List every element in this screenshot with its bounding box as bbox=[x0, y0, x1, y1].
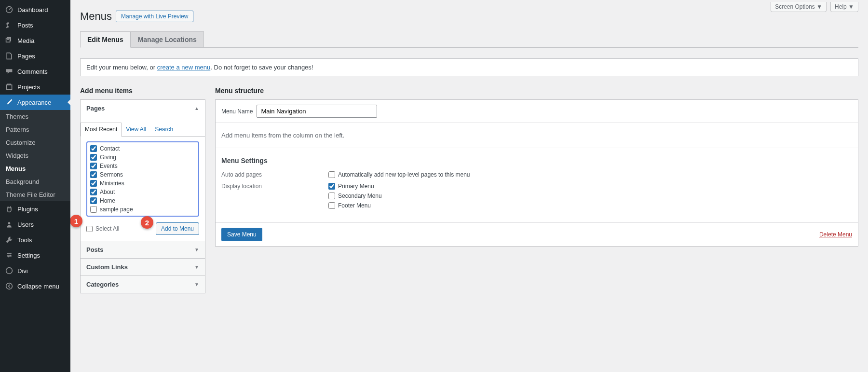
submenu-menus[interactable]: Menus bbox=[0, 162, 70, 175]
add-menu-items-column: 1 Add menu items Pages ▲ Most Recent Vie… bbox=[80, 87, 205, 293]
menu-structure-body: Add menu items from the column on the le… bbox=[216, 123, 858, 148]
divi-icon bbox=[5, 266, 14, 275]
comments-icon bbox=[5, 67, 14, 76]
menu-structure-footer: Save Menu Delete Menu bbox=[216, 222, 858, 246]
pages-label: Pages bbox=[86, 105, 105, 112]
create-menu-link[interactable]: create a new menu bbox=[157, 64, 211, 71]
sidebar-item-tools[interactable]: Tools bbox=[0, 232, 70, 248]
location-checkbox[interactable] bbox=[328, 183, 335, 190]
page-item[interactable]: About bbox=[90, 188, 195, 196]
display-location-label: Display location bbox=[221, 183, 328, 209]
categories-label: Categories bbox=[86, 281, 119, 288]
page-checkbox[interactable] bbox=[90, 180, 97, 187]
menu-settings-section: Menu Settings Auto add pages Automatical… bbox=[216, 148, 858, 222]
sidebar-label: Projects bbox=[17, 83, 40, 91]
filter-view-all[interactable]: View All bbox=[122, 123, 150, 136]
svg-point-4 bbox=[7, 253, 8, 254]
settings-icon bbox=[5, 251, 14, 260]
page-checkbox[interactable] bbox=[90, 154, 97, 161]
page-item[interactable]: Contact bbox=[90, 144, 195, 153]
page-item[interactable]: Sermons bbox=[90, 170, 195, 179]
page-item[interactable]: Ministries bbox=[90, 179, 195, 188]
sidebar-item-settings[interactable]: Settings bbox=[0, 248, 70, 263]
submenu-patterns[interactable]: Patterns bbox=[0, 123, 70, 136]
location-footer[interactable]: Footer Menu bbox=[328, 202, 382, 209]
page-item[interactable]: sample page bbox=[90, 205, 195, 214]
sidebar-item-media[interactable]: Media bbox=[0, 33, 70, 48]
help-button[interactable]: Help ▼ bbox=[830, 2, 858, 12]
sidebar-item-pages[interactable]: Pages bbox=[0, 48, 70, 64]
sidebar-item-projects[interactable]: Projects bbox=[0, 79, 70, 95]
posts-accordion-header[interactable]: Posts ▼ bbox=[81, 241, 205, 258]
svg-point-7 bbox=[6, 268, 13, 274]
pages-checklist: Contact Giving Events Sermons Ministries… bbox=[86, 141, 199, 217]
page-checkbox[interactable] bbox=[90, 145, 97, 152]
page-item[interactable]: Events bbox=[90, 162, 195, 170]
auto-add-checkbox[interactable] bbox=[328, 171, 335, 178]
dashboard-icon bbox=[5, 5, 14, 14]
page-checkbox[interactable] bbox=[90, 189, 97, 195]
main-content: Screen Options ▼ Help ▼ Menus Manage wit… bbox=[70, 0, 868, 372]
submenu-widgets[interactable]: Widgets bbox=[0, 149, 70, 162]
sidebar-label: Plugins bbox=[17, 206, 38, 213]
notice-text: . Do not forget to save your changes! bbox=[210, 64, 313, 71]
save-menu-button[interactable]: Save Menu bbox=[221, 228, 262, 241]
sidebar-item-posts[interactable]: Posts bbox=[0, 17, 70, 33]
categories-accordion-header[interactable]: Categories ▼ bbox=[81, 276, 205, 293]
location-primary[interactable]: Primary Menu bbox=[328, 183, 382, 190]
filter-most-recent[interactable]: Most Recent bbox=[81, 123, 122, 137]
sidebar-item-plugins[interactable]: Plugins bbox=[0, 201, 70, 217]
page-header: Menus Manage with Live Preview bbox=[80, 10, 858, 23]
submenu-theme-file-editor[interactable]: Theme File Editor bbox=[0, 188, 70, 201]
sidebar-label: Comments bbox=[17, 68, 48, 75]
screen-options-button[interactable]: Screen Options ▼ bbox=[771, 2, 827, 12]
sidebar-item-comments[interactable]: Comments bbox=[0, 64, 70, 79]
filter-search[interactable]: Search bbox=[150, 123, 177, 136]
tools-icon bbox=[5, 235, 14, 244]
page-item[interactable]: Home bbox=[90, 196, 195, 205]
sidebar-item-appearance[interactable]: Appearance bbox=[0, 95, 70, 110]
admin-sidebar: Dashboard Posts Media Pages Comments Pro… bbox=[0, 0, 70, 372]
sidebar-label: Appearance bbox=[17, 99, 51, 106]
sidebar-label: Media bbox=[17, 37, 34, 44]
submenu-themes[interactable]: Themes bbox=[0, 110, 70, 123]
location-checkbox[interactable] bbox=[328, 193, 335, 199]
pages-accordion-header[interactable]: Pages ▲ bbox=[81, 100, 205, 117]
delete-menu-link[interactable]: Delete Menu bbox=[819, 231, 852, 238]
sidebar-item-dashboard[interactable]: Dashboard bbox=[0, 2, 70, 17]
tab-edit-menus[interactable]: Edit Menus bbox=[80, 31, 131, 48]
sidebar-item-divi[interactable]: Divi bbox=[0, 263, 70, 278]
sidebar-label: Posts bbox=[17, 22, 33, 29]
svg-point-6 bbox=[8, 256, 9, 257]
custom-links-accordion-header[interactable]: Custom Links ▼ bbox=[81, 258, 205, 276]
page-checkbox[interactable] bbox=[90, 206, 97, 213]
projects-icon bbox=[5, 83, 14, 91]
select-all-label[interactable]: Select All bbox=[86, 225, 119, 232]
location-checkbox[interactable] bbox=[328, 202, 335, 209]
sidebar-collapse[interactable]: Collapse menu bbox=[0, 278, 70, 294]
sidebar-label: Collapse menu bbox=[17, 283, 59, 290]
auto-add-label: Auto add pages bbox=[221, 171, 328, 178]
page-item[interactable]: Giving bbox=[90, 153, 195, 162]
page-checkbox[interactable] bbox=[90, 197, 97, 204]
page-checkbox[interactable] bbox=[90, 163, 97, 169]
submenu-background[interactable]: Background bbox=[0, 175, 70, 188]
custom-links-label: Custom Links bbox=[86, 263, 128, 271]
menu-name-input[interactable] bbox=[257, 105, 377, 118]
add-to-menu-button[interactable]: Add to Menu bbox=[156, 222, 199, 235]
submenu-customize[interactable]: Customize bbox=[0, 136, 70, 149]
menu-edit-notice: Edit your menu below, or create a new me… bbox=[80, 58, 858, 76]
plugins-icon bbox=[5, 205, 14, 213]
page-checkbox[interactable] bbox=[90, 171, 97, 178]
notice-text: Edit your menu below, or bbox=[86, 64, 157, 71]
tab-manage-locations[interactable]: Manage Locations bbox=[131, 31, 204, 48]
location-secondary[interactable]: Secondary Menu bbox=[328, 193, 382, 199]
sidebar-item-users[interactable]: Users bbox=[0, 217, 70, 232]
select-all-checkbox[interactable] bbox=[86, 226, 93, 232]
live-preview-button[interactable]: Manage with Live Preview bbox=[116, 11, 193, 22]
annotation-badge-1: 1 bbox=[70, 215, 82, 227]
svg-rect-2 bbox=[6, 85, 12, 90]
chevron-down-icon: ▼ bbox=[194, 282, 199, 287]
auto-add-option[interactable]: Automatically add new top-level pages to… bbox=[328, 171, 470, 178]
sidebar-label: Users bbox=[17, 221, 34, 228]
